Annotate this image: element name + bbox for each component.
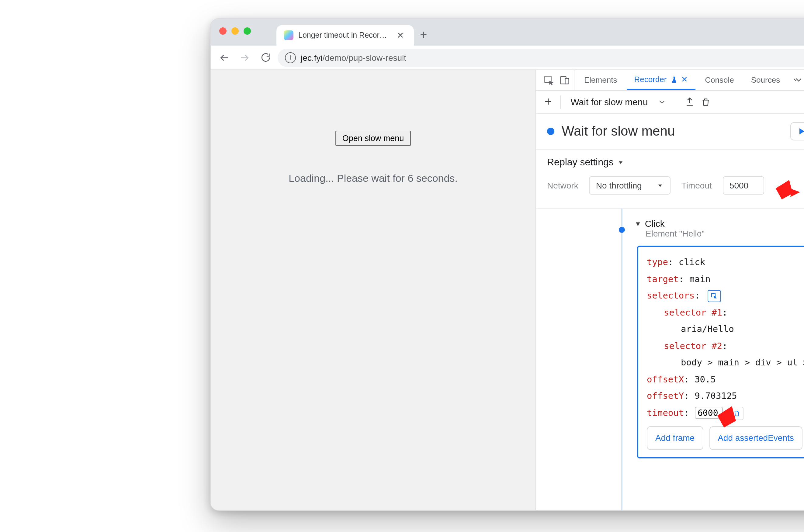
page-viewport: Open slow menu Loading... Please wait fo… [211, 70, 536, 510]
devtools-panel: Elements Recorder ✕ Console Sources 1 [536, 70, 804, 510]
back-button[interactable] [216, 49, 232, 66]
close-tab-icon[interactable]: ✕ [394, 29, 407, 41]
more-tabs-icon[interactable] [790, 70, 804, 90]
network-throttling-select[interactable]: No throttling [589, 176, 671, 194]
new-recording-icon[interactable]: + [542, 95, 554, 109]
content-split: Open slow menu Loading... Please wait fo… [211, 70, 804, 510]
site-info-icon[interactable]: i [285, 52, 296, 63]
recorder-steps: ⋮ ▼ Click Element "Hello" type: click ta… [536, 209, 804, 510]
url-path: /demo/pup-slow-result [323, 53, 406, 62]
loading-text: Loading... Please wait for 6 seconds. [288, 173, 457, 185]
browser-window: Longer timeout in Recorder ✕ + i jec.fyi… [210, 18, 804, 511]
tab-sources[interactable]: Sources [744, 70, 787, 90]
browser-titlebar: Longer timeout in Recorder ✕ + [211, 19, 804, 45]
tab-title: Longer timeout in Recorder [298, 31, 390, 39]
tab-favicon [284, 31, 294, 40]
add-frame-button[interactable]: Add frame [647, 426, 703, 450]
new-tab-button[interactable]: + [414, 25, 433, 45]
step-timeout-input[interactable] [694, 407, 723, 419]
delete-field-icon[interactable] [730, 407, 744, 420]
network-label: Network [547, 180, 578, 190]
close-panel-icon[interactable]: ✕ [681, 75, 688, 84]
tab-strip: Longer timeout in Recorder ✕ + [276, 19, 433, 45]
close-window-button[interactable] [219, 27, 227, 35]
timeline-dot [619, 227, 625, 233]
url-host: jec.fyi [301, 53, 323, 62]
minimize-window-button[interactable] [231, 27, 239, 35]
open-slow-menu-button[interactable]: Open slow menu [336, 131, 411, 146]
recording-title: Wait for slow menu [562, 124, 783, 139]
reload-button[interactable] [257, 49, 274, 66]
add-asserted-events-button[interactable]: Add assertedEvents [709, 426, 803, 450]
address-bar: i jec.fyi/demo/pup-slow-result Paused [211, 45, 804, 70]
url-omnibox[interactable]: i jec.fyi/demo/pup-slow-result [278, 48, 804, 66]
replay-settings-section: Replay settings Network No throttling Ti… [536, 150, 804, 209]
timeout-label: Timeout [681, 180, 712, 190]
replay-settings-header[interactable]: Replay settings [547, 157, 764, 168]
svg-rect-9 [565, 78, 569, 83]
caret-down-icon: ▼ [635, 220, 641, 227]
step-details-card: type: click target: main selectors: sele… [637, 246, 804, 458]
recording-status-dot [547, 128, 554, 135]
svg-marker-14 [658, 185, 662, 187]
step-subtitle: Element "Hello" [635, 229, 804, 238]
caret-down-icon [617, 159, 624, 166]
replay-button[interactable]: Replay [791, 122, 804, 140]
svg-marker-16 [776, 180, 793, 200]
recording-name[interactable]: Wait for slow menu [567, 97, 651, 107]
export-icon[interactable] [684, 97, 694, 107]
tab-elements[interactable]: Elements [577, 70, 624, 90]
step-title: Click [645, 218, 665, 229]
recorder-header: Wait for slow menu Replay Measure perfor… [536, 114, 804, 150]
recorder-toolbar: + Wait for slow menu Send feedback [536, 91, 804, 114]
inspect-element-icon[interactable] [543, 75, 554, 86]
browser-tab[interactable]: Longer timeout in Recorder ✕ [276, 25, 414, 45]
maximize-window-button[interactable] [244, 27, 251, 35]
timeout-input[interactable] [723, 176, 764, 194]
timeline-line [621, 209, 622, 510]
window-controls [219, 27, 251, 35]
svg-marker-15 [777, 181, 800, 197]
step-header[interactable]: ▼ Click Element "Hello" [630, 215, 804, 241]
tab-recorder[interactable]: Recorder ✕ [627, 70, 695, 90]
tab-console[interactable]: Console [697, 70, 741, 90]
chevron-down-icon [656, 182, 664, 189]
recording-dropdown-icon[interactable] [657, 98, 666, 106]
flask-icon [670, 76, 677, 83]
svg-marker-13 [619, 162, 623, 164]
forward-button[interactable] [236, 49, 253, 66]
device-toolbar-icon[interactable] [559, 75, 570, 86]
play-icon [800, 128, 804, 134]
devtools-tabbar: Elements Recorder ✕ Console Sources 1 [536, 70, 804, 91]
annotation-arrow-icon [776, 179, 803, 206]
delete-recording-icon[interactable] [700, 97, 710, 107]
pick-selector-icon[interactable] [708, 290, 721, 302]
